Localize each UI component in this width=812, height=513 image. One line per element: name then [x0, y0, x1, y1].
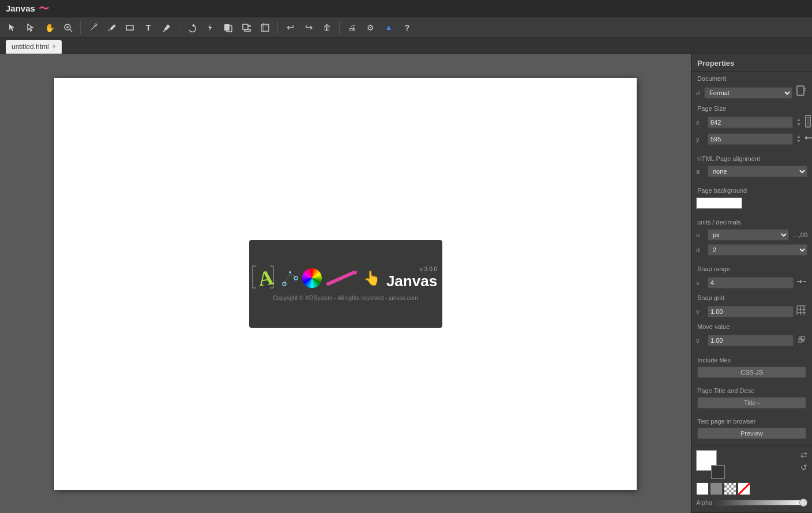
splash-pen-icon: [325, 269, 360, 287]
move-value-label-v: v: [696, 337, 705, 344]
page-title-desc-label: Page Title and Desc: [691, 384, 812, 396]
flash-tool[interactable]: [202, 20, 218, 36]
delete-btn[interactable]: 🗑: [319, 20, 335, 36]
alignment-label-a: a: [696, 168, 705, 175]
splash-path-icon: [281, 269, 299, 287]
print-btn[interactable]: 🖨: [344, 20, 360, 36]
hand-tool[interactable]: ✋: [42, 20, 58, 36]
swap-colors-icon[interactable]: ⇄: [800, 450, 807, 459]
alpha-knob[interactable]: [799, 499, 807, 507]
rotate-tool[interactable]: [183, 20, 200, 36]
decimals-label-d: d: [696, 246, 705, 253]
page-presets-select[interactable]: Format: [704, 87, 792, 99]
layers-tool[interactable]: [220, 20, 236, 36]
pen-tool[interactable]: [85, 20, 101, 36]
alpha-slider-area: [716, 499, 807, 507]
svg-point-29: [289, 271, 291, 274]
swatch-white[interactable]: [696, 482, 709, 495]
decimals-row: d 2: [691, 242, 812, 257]
splash-version: v 3.0.0: [386, 266, 437, 272]
color-boxes-area: ⇄ ↺: [696, 450, 807, 475]
snap-range-label-s: s: [696, 279, 705, 286]
test-page-label: Test page in browser: [691, 414, 812, 426]
page-size-x-label: x: [696, 119, 705, 126]
svg-marker-8: [108, 29, 110, 31]
units-row: u px …,00: [691, 227, 812, 242]
page-background-color[interactable]: [696, 197, 742, 209]
page-size-label: Page Size: [691, 102, 812, 114]
page-size-x-input[interactable]: [708, 117, 793, 128]
page-x-down-arrow[interactable]: ▼: [795, 122, 802, 127]
main-content: A: [0, 54, 812, 513]
drive-btn[interactable]: ▲: [381, 20, 397, 36]
svg-line-31: [328, 272, 354, 284]
redo-btn[interactable]: ↪: [300, 20, 317, 36]
help-btn[interactable]: ?: [399, 20, 415, 36]
alpha-track: [716, 500, 807, 505]
zoom-tool[interactable]: [60, 20, 76, 36]
import-tool[interactable]: [239, 20, 255, 36]
settings-btn[interactable]: ⚙: [362, 20, 378, 36]
svg-marker-43: [805, 136, 807, 140]
splash-card: A: [249, 240, 442, 328]
move-value-row: v: [691, 332, 812, 349]
swatch-checker[interactable]: [724, 482, 736, 495]
presets-label-d: d: [696, 89, 702, 96]
toolbar-separator-3: [277, 21, 278, 34]
svg-point-30: [294, 276, 298, 280]
page-title-btn[interactable]: Title -: [697, 397, 806, 409]
grid-icon: [796, 305, 807, 318]
page-icon: [796, 85, 807, 100]
snap-grid-input[interactable]: [708, 306, 794, 317]
color-boxes-wrapper: [696, 450, 721, 475]
rect-tool[interactable]: [122, 20, 138, 36]
include-files-btn[interactable]: CSS-JS: [697, 366, 806, 378]
tab-close-btn[interactable]: ×: [52, 44, 56, 50]
select-tool[interactable]: [5, 20, 21, 36]
text-tool[interactable]: T: [140, 20, 156, 36]
move-icon: [796, 334, 807, 347]
toolbar-separator-1: [80, 21, 81, 34]
snap-grid-label: Snap grid: [691, 291, 812, 303]
direct-select-tool[interactable]: [23, 20, 39, 36]
canvas-area[interactable]: A: [0, 54, 691, 513]
page-size-x-row: x ▲ ▼: [691, 114, 812, 130]
background-color-box[interactable]: [711, 465, 725, 479]
app-logo: Janvas 〜: [6, 2, 49, 16]
page-size-y-input[interactable]: [708, 133, 793, 145]
include-files-label: Include files: [691, 353, 812, 365]
page-size-y-row: y ▲ ▼: [691, 130, 812, 147]
html-alignment-label: HTML Page alignment: [691, 152, 812, 164]
svg-rect-7: [110, 24, 116, 31]
page-y-scroll-arrows: ▲ ▼: [795, 134, 802, 144]
decimals-select[interactable]: 2: [708, 244, 807, 256]
snap-grid-row: v: [691, 303, 812, 320]
page-background-row: [691, 196, 812, 211]
swatch-gray[interactable]: [710, 482, 723, 495]
undo-btn[interactable]: ↩: [282, 20, 298, 36]
ruler-icon: [805, 115, 812, 129]
swatch-red-diagonal[interactable]: [738, 482, 750, 495]
html-alignment-select[interactable]: none: [708, 166, 807, 177]
crop-tool[interactable]: [257, 20, 273, 36]
svg-marker-46: [800, 280, 802, 283]
alpha-label: Alpha: [696, 499, 712, 506]
preview-btn[interactable]: Preview: [697, 428, 806, 439]
svg-line-3: [70, 29, 72, 32]
svg-rect-15: [243, 24, 248, 29]
snap-range-input[interactable]: [708, 277, 794, 289]
tab-untitled[interactable]: untitled.html ×: [6, 40, 62, 54]
reset-colors-icon[interactable]: ↺: [800, 463, 807, 472]
pencil-tool[interactable]: [103, 20, 119, 36]
units-select[interactable]: px: [708, 229, 789, 241]
units-decimals-label: units / decimals: [691, 215, 812, 227]
move-value-input[interactable]: [708, 335, 794, 346]
page-presets-row: d Format: [691, 84, 812, 102]
units-label-u: u: [696, 231, 705, 238]
toolbar-separator-2: [179, 21, 179, 34]
page-size-y-label: y: [696, 136, 705, 143]
svg-rect-33: [797, 86, 804, 95]
snap-range-label: Snap range: [691, 262, 812, 274]
eyedropper-tool[interactable]: [159, 20, 175, 36]
page-y-down-arrow[interactable]: ▼: [795, 139, 802, 144]
